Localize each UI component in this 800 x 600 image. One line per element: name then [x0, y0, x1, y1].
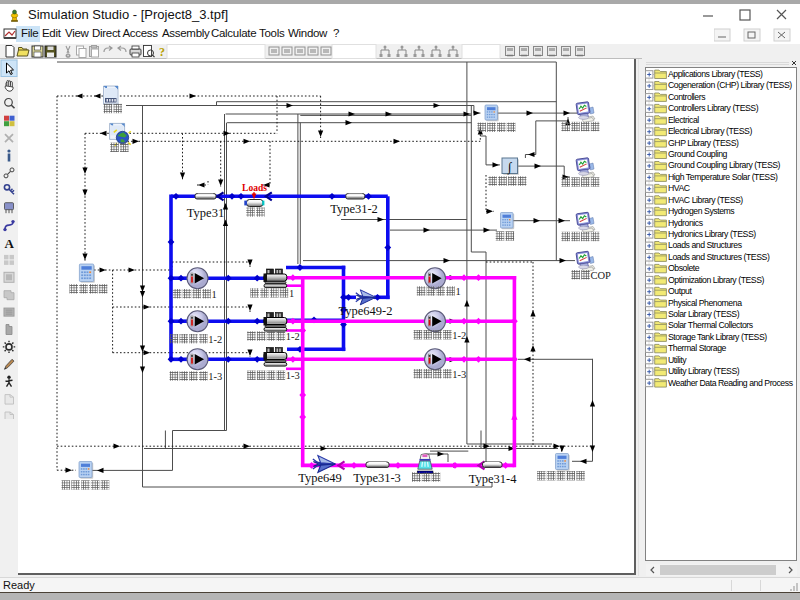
svg-text:A: A	[5, 236, 15, 251]
svg-text:Type31: Type31	[187, 206, 224, 220]
svg-text:Loads: Loads	[242, 183, 267, 193]
svg-text:COP: COP	[591, 270, 612, 281]
svg-text:∫: ∫	[507, 160, 512, 175]
svg-text:1-2: 1-2	[286, 331, 300, 342]
svg-text:Type649: Type649	[298, 471, 342, 485]
svg-text:1-2: 1-2	[208, 334, 222, 345]
svg-text:1: 1	[212, 289, 217, 300]
svg-text:1-2: 1-2	[452, 330, 466, 341]
svg-text:1-3: 1-3	[208, 371, 222, 382]
svg-text:Type31-2: Type31-2	[330, 202, 378, 216]
svg-text:Type649-2: Type649-2	[339, 304, 393, 318]
svg-text:Type31-3: Type31-3	[353, 471, 401, 485]
svg-text:1-3: 1-3	[286, 370, 300, 381]
svg-text:?: ?	[159, 45, 165, 59]
svg-text:1: 1	[289, 288, 294, 299]
svg-text:1: 1	[456, 286, 461, 297]
svg-text:Type31-4: Type31-4	[469, 472, 517, 486]
svg-text:1-3: 1-3	[452, 369, 466, 380]
